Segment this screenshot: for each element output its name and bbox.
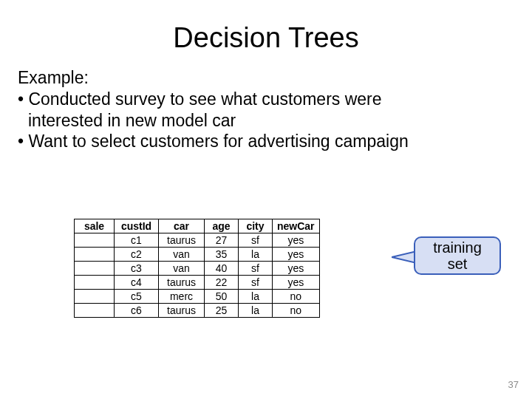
cell: c5 bbox=[115, 290, 159, 304]
cell: yes bbox=[273, 248, 320, 262]
svg-marker-0 bbox=[392, 251, 417, 263]
table-row: c3 van 40 sf yes bbox=[75, 262, 320, 276]
table-row: c5 merc 50 la no bbox=[75, 290, 320, 304]
cell: taurus bbox=[159, 233, 205, 248]
cell bbox=[75, 233, 115, 248]
table-row: c2 van 35 la yes bbox=[75, 248, 320, 262]
training-table: sale custId car age city newCar c1 tauru… bbox=[74, 219, 320, 318]
cell: 22 bbox=[205, 276, 239, 290]
bullet-2: • Want to select customers for advertisi… bbox=[18, 131, 514, 152]
bullet-1a: • Conducted survey to see what customers… bbox=[18, 89, 514, 110]
cell: van bbox=[159, 262, 205, 276]
data-table: sale custId car age city newCar c1 tauru… bbox=[74, 219, 320, 318]
table-row: c4 taurus 22 sf yes bbox=[75, 276, 320, 290]
cell: taurus bbox=[159, 276, 205, 290]
training-set-callout: training set bbox=[414, 236, 501, 275]
cell bbox=[75, 304, 115, 318]
callout-text: training set bbox=[433, 239, 482, 272]
col-age: age bbox=[205, 219, 239, 233]
cell: la bbox=[239, 290, 273, 304]
cell: merc bbox=[159, 290, 205, 304]
table-header-row: sale custId car age city newCar bbox=[75, 219, 320, 233]
cell bbox=[75, 276, 115, 290]
cell: sf bbox=[239, 262, 273, 276]
cell bbox=[75, 248, 115, 262]
cell: van bbox=[159, 248, 205, 262]
body-text: Example: • Conducted survey to see what … bbox=[18, 67, 514, 152]
table-row: c6 taurus 25 la no bbox=[75, 304, 320, 318]
cell: c2 bbox=[115, 248, 159, 262]
col-car: car bbox=[159, 219, 205, 233]
page-number: 37 bbox=[508, 379, 519, 390]
cell: no bbox=[273, 290, 320, 304]
col-custid: custId bbox=[115, 219, 159, 233]
page-title: Decision Trees bbox=[18, 22, 514, 54]
slide: Decision Trees Example: • Conducted surv… bbox=[0, 0, 532, 399]
cell: 40 bbox=[205, 262, 239, 276]
cell: no bbox=[273, 304, 320, 318]
bullet-1b: interested in new model car bbox=[28, 110, 514, 132]
cell: c6 bbox=[115, 304, 159, 318]
cell: 50 bbox=[205, 290, 239, 304]
cell: taurus bbox=[159, 304, 205, 318]
col-sale: sale bbox=[75, 219, 115, 233]
table-row: c1 taurus 27 sf yes bbox=[75, 233, 320, 248]
cell: yes bbox=[273, 262, 320, 276]
cell bbox=[75, 290, 115, 304]
callout-line2: set bbox=[448, 256, 468, 272]
cell: c1 bbox=[115, 233, 159, 248]
cell: la bbox=[239, 304, 273, 318]
cell: la bbox=[239, 248, 273, 262]
cell: 25 bbox=[205, 304, 239, 318]
callout-line1: training bbox=[433, 239, 482, 256]
cell: sf bbox=[239, 276, 273, 290]
cell: yes bbox=[273, 233, 320, 248]
cell: 35 bbox=[205, 248, 239, 262]
example-label: Example: bbox=[18, 67, 514, 89]
col-newcar: newCar bbox=[273, 219, 320, 233]
cell: c4 bbox=[115, 276, 159, 290]
col-city: city bbox=[239, 219, 273, 233]
cell: c3 bbox=[115, 262, 159, 276]
cell: yes bbox=[273, 276, 320, 290]
cell: 27 bbox=[205, 233, 239, 248]
callout-tail-icon bbox=[392, 251, 417, 263]
cell bbox=[75, 262, 115, 276]
cell: sf bbox=[239, 233, 273, 248]
